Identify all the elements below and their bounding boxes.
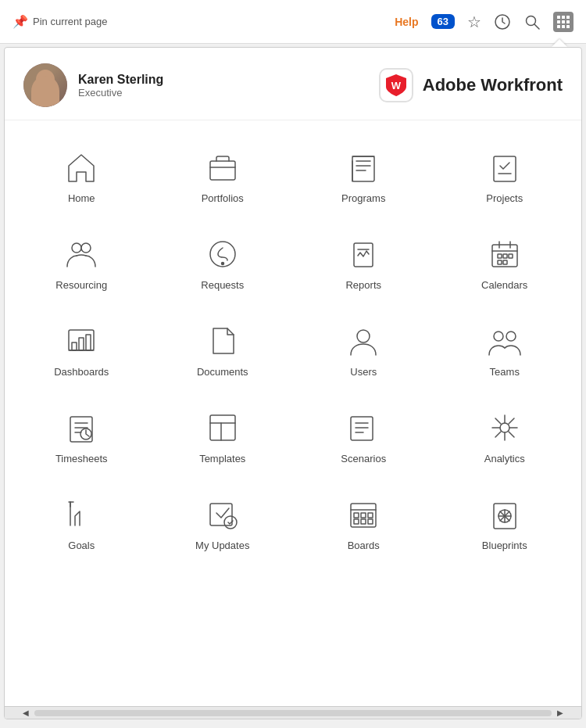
svg-rect-13 xyxy=(210,161,235,180)
svg-rect-77 xyxy=(368,519,373,524)
nav-item-label-teams: Teams xyxy=(490,366,520,378)
scroll-track[interactable] xyxy=(34,710,552,716)
svg-rect-40 xyxy=(72,342,77,350)
nav-item-dashboards[interactable]: Dashboards xyxy=(11,307,152,393)
my-updates-icon xyxy=(204,496,241,533)
svg-rect-8 xyxy=(566,20,570,23)
nav-item-label-blueprints: Blueprints xyxy=(482,540,527,551)
svg-rect-5 xyxy=(566,16,570,19)
calendars-icon xyxy=(486,235,523,273)
svg-point-26 xyxy=(221,263,223,265)
svg-rect-42 xyxy=(86,335,91,350)
svg-line-2 xyxy=(534,24,539,29)
nav-item-label-portfolios: Portfolios xyxy=(202,192,244,204)
svg-point-44 xyxy=(494,332,503,341)
nav-item-label-calendars: Calendars xyxy=(481,279,527,291)
goals-icon xyxy=(63,496,100,533)
nav-item-label-goals: Goals xyxy=(68,540,95,551)
svg-rect-73 xyxy=(354,519,359,524)
nav-item-label-projects: Projects xyxy=(486,192,523,204)
profile-role: Executive xyxy=(78,87,163,99)
popup-header: Karen Sterling Executive W Adobe Workfro… xyxy=(5,48,581,120)
svg-rect-37 xyxy=(503,260,507,264)
svg-rect-35 xyxy=(509,254,513,258)
scroll-left-arrow[interactable]: ◀ xyxy=(20,708,31,719)
profile-info: Karen Sterling Executive xyxy=(78,73,163,99)
nav-item-requests[interactable]: Requests xyxy=(152,220,294,307)
svg-line-65 xyxy=(509,418,514,424)
nav-item-analytics[interactable]: Analytics xyxy=(434,393,576,480)
nav-item-timesheets[interactable]: Timesheets xyxy=(11,393,152,480)
nav-item-home[interactable]: Home xyxy=(11,133,152,220)
history-icon[interactable] xyxy=(494,13,511,30)
nav-item-label-users: Users xyxy=(350,366,377,378)
svg-rect-41 xyxy=(79,338,84,350)
nav-item-projects[interactable]: Projects xyxy=(434,133,576,220)
svg-rect-34 xyxy=(503,254,507,258)
svg-rect-9 xyxy=(557,25,560,28)
nav-item-label-templates: Templates xyxy=(199,453,245,464)
svg-rect-76 xyxy=(368,513,373,518)
nav-item-templates[interactable]: Templates xyxy=(152,393,294,480)
main-panel: Karen Sterling Executive W Adobe Workfro… xyxy=(4,47,582,719)
portfolios-icon xyxy=(204,149,241,186)
nav-item-label-boards: Boards xyxy=(348,540,380,551)
svg-point-24 xyxy=(81,243,91,253)
teams-icon xyxy=(486,322,523,360)
svg-rect-36 xyxy=(498,260,502,264)
svg-rect-29 xyxy=(492,245,517,267)
documents-icon xyxy=(204,322,241,360)
boards-icon xyxy=(345,496,382,533)
nav-item-boards[interactable]: Boards xyxy=(293,480,434,567)
brand-section: W Adobe Workfront xyxy=(379,68,563,102)
templates-icon xyxy=(204,409,241,446)
nav-item-label-analytics: Analytics xyxy=(484,453,525,464)
nav-item-calendars[interactable]: Calendars xyxy=(434,220,576,307)
star-icon[interactable]: ☆ xyxy=(467,13,481,31)
search-icon[interactable] xyxy=(523,13,541,30)
avatar xyxy=(23,63,67,107)
svg-line-63 xyxy=(495,418,501,424)
nav-item-blueprints[interactable]: Blueprints xyxy=(434,480,576,567)
nav-item-portfolios[interactable]: Portfolios xyxy=(152,133,294,220)
svg-point-58 xyxy=(500,423,509,432)
horizontal-scrollbar[interactable]: ◀ ▶ xyxy=(5,706,581,719)
nav-item-goals[interactable]: Goals xyxy=(11,480,152,567)
reports-icon xyxy=(345,235,382,273)
nav-item-label-my-updates: My Updates xyxy=(195,540,249,551)
nav-item-programs[interactable]: Programs xyxy=(293,133,434,220)
nav-item-resourcing[interactable]: Resourcing xyxy=(11,220,152,307)
programs-icon xyxy=(345,149,382,186)
help-link[interactable]: Help xyxy=(395,16,418,28)
nav-item-users[interactable]: Users xyxy=(293,307,434,393)
nav-item-label-dashboards: Dashboards xyxy=(54,366,109,378)
nav-item-teams[interactable]: Teams xyxy=(434,307,576,393)
notification-badge[interactable]: 63 xyxy=(431,14,455,29)
svg-rect-38 xyxy=(69,330,94,350)
scroll-right-arrow[interactable]: ▶ xyxy=(555,708,566,719)
pin-icon: 📌 xyxy=(13,14,28,29)
blueprints-icon xyxy=(486,496,523,533)
nav-item-label-documents: Documents xyxy=(197,366,248,378)
dashboards-icon xyxy=(63,322,100,360)
svg-point-23 xyxy=(72,243,81,253)
nav-grid: HomePortfoliosProgramsProjectsResourcing… xyxy=(5,120,581,579)
nav-grid-scroll[interactable]: HomePortfoliosProgramsProjectsResourcing… xyxy=(5,120,581,706)
resourcing-icon xyxy=(63,235,100,273)
app-grid-icon[interactable] xyxy=(553,12,573,32)
nav-item-scenarios[interactable]: Scenarios xyxy=(293,393,434,480)
home-icon xyxy=(63,149,100,186)
svg-rect-15 xyxy=(352,156,374,181)
nav-item-my-updates[interactable]: My Updates xyxy=(152,480,294,567)
nav-item-reports[interactable]: Reports xyxy=(293,220,434,307)
nav-item-label-resourcing: Resourcing xyxy=(55,279,107,291)
pin-current-page[interactable]: 📌 Pin current page xyxy=(13,14,107,29)
svg-rect-74 xyxy=(361,513,366,518)
nav-item-label-reports: Reports xyxy=(345,279,381,291)
nav-item-documents[interactable]: Documents xyxy=(152,307,294,393)
nav-item-label-requests: Requests xyxy=(201,279,244,291)
svg-rect-51 xyxy=(210,415,235,440)
svg-rect-21 xyxy=(494,156,516,181)
nav-item-label-programs: Programs xyxy=(341,192,385,204)
svg-point-43 xyxy=(357,330,370,342)
